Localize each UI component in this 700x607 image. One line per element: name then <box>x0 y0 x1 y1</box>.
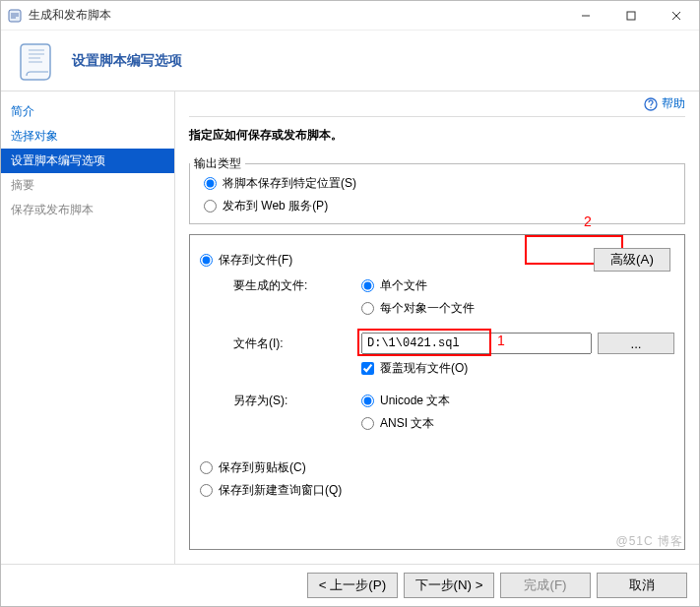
filename-input[interactable] <box>361 333 592 354</box>
sidebar-item-choose-objects[interactable]: 选择对象 <box>1 124 174 149</box>
svg-point-3 <box>650 106 651 107</box>
radio-save-to-file-label: 保存到文件(F) <box>219 252 292 269</box>
radio-ansi[interactable] <box>361 417 374 430</box>
maximize-button[interactable] <box>608 1 654 30</box>
sidebar-item-save-publish[interactable]: 保存或发布脚本 <box>1 198 174 222</box>
window-title: 生成和发布脚本 <box>29 7 111 24</box>
radio-single-file[interactable] <box>361 279 374 292</box>
page-title: 设置脚本编写选项 <box>72 52 182 70</box>
radio-save-clipboard-label: 保存到剪贴板(C) <box>219 459 306 476</box>
svg-rect-1 <box>627 12 635 20</box>
radio-file-per-object[interactable] <box>361 302 374 315</box>
close-button[interactable] <box>654 1 699 30</box>
save-as-label: 另存为(S): <box>233 393 361 409</box>
help-link[interactable]: 帮助 <box>662 95 685 112</box>
divider <box>189 116 685 117</box>
sidebar-item-intro[interactable]: 简介 <box>1 99 174 124</box>
radio-save-new-query-label: 保存到新建查询窗口(Q) <box>219 482 342 499</box>
next-button[interactable]: 下一步(N) > <box>404 573 494 598</box>
radio-save-clipboard[interactable] <box>200 461 213 474</box>
overwrite-checkbox[interactable] <box>361 362 374 375</box>
finish-button[interactable]: 完成(F) <box>500 573 591 598</box>
annotation-num-1: 1 <box>497 333 505 348</box>
page-description: 指定应如何保存或发布脚本。 <box>175 127 699 155</box>
script-page-icon <box>15 38 60 84</box>
radio-save-location[interactable] <box>204 177 217 190</box>
output-type-legend: 输出类型 <box>190 155 245 172</box>
sidebar-item-set-script-options[interactable]: 设置脚本编写选项 <box>1 149 174 173</box>
radio-publish-web[interactable] <box>204 200 217 212</box>
radio-save-new-query[interactable] <box>200 484 213 497</box>
sidebar-item-summary[interactable]: 摘要 <box>1 173 174 198</box>
radio-save-to-file[interactable] <box>200 254 213 267</box>
advanced-button[interactable]: 高级(A) <box>594 248 670 272</box>
back-button[interactable]: < 上一步(P) <box>307 573 398 598</box>
minimize-icon <box>581 11 591 21</box>
annotation-num-2: 2 <box>584 213 592 229</box>
cancel-button[interactable]: 取消 <box>597 573 687 598</box>
filename-label: 文件名(I): <box>233 335 361 352</box>
help-icon <box>644 97 658 111</box>
radio-single-file-label: 单个文件 <box>380 277 427 294</box>
radio-ansi-label: ANSI 文本 <box>380 415 434 432</box>
minimize-button[interactable] <box>563 1 608 30</box>
radio-unicode[interactable] <box>361 395 374 407</box>
overwrite-label: 覆盖现有文件(O) <box>380 360 468 377</box>
close-icon <box>671 11 681 21</box>
files-to-generate-label: 要生成的文件: <box>233 277 361 294</box>
app-icon <box>7 8 23 24</box>
wizard-steps-sidebar: 简介 选择对象 设置脚本编写选项 摘要 保存或发布脚本 <box>1 91 175 564</box>
radio-unicode-label: Unicode 文本 <box>380 393 450 409</box>
radio-publish-web-label: 发布到 Web 服务(P) <box>223 198 328 214</box>
radio-file-per-object-label: 每个对象一个文件 <box>380 300 475 317</box>
maximize-icon <box>626 11 636 21</box>
browse-button[interactable]: ... <box>598 333 674 354</box>
radio-save-location-label: 将脚本保存到特定位置(S) <box>223 175 356 192</box>
